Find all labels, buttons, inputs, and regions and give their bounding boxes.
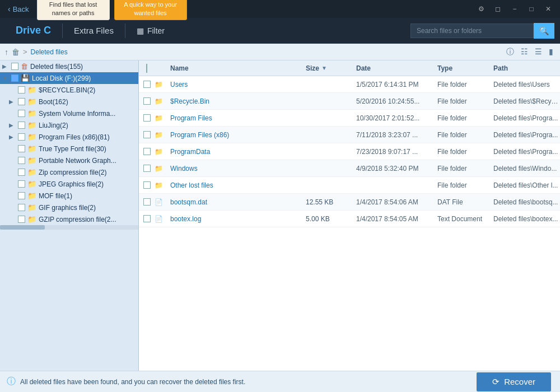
row-checkbox[interactable] <box>139 181 155 189</box>
filter-button[interactable]: ▦ Filter <box>128 26 174 35</box>
view-grid-icon[interactable]: ☷ <box>519 46 530 58</box>
header-date[interactable]: Date <box>354 64 435 72</box>
header-path[interactable]: Path <box>491 64 560 72</box>
table-row[interactable]: 📄 bootex.log 5.00 KB 1/4/2017 8:54:05 AM… <box>139 211 560 227</box>
table-row[interactable]: 📁 Windows 4/9/2018 5:32:40 PM File folde… <box>139 160 560 177</box>
sidebar-item-local-disk[interactable]: ▼ 💾 Local Disk (F:)(299) <box>0 72 138 84</box>
header-size[interactable]: Size ▼ <box>304 64 354 72</box>
checkbox-local-disk[interactable] <box>11 74 18 82</box>
sidebar-item-gzip[interactable]: 📁 GZIP compression file(2... <box>0 213 138 225</box>
checkbox-sysvolume[interactable] <box>18 110 25 117</box>
search-input[interactable] <box>410 24 534 38</box>
table-row[interactable]: 📁 Other lost files File folder Deleted f… <box>139 177 560 194</box>
row-path: Deleted files\Progra... <box>491 131 560 139</box>
sidebar-item-progfiles-x86[interactable]: ▶ 📁 Program Files (x86)(81) <box>0 131 138 143</box>
recover-icon: ⟳ <box>492 377 500 387</box>
minimize-button[interactable]: − <box>507 3 522 15</box>
breadcrumb-delete-icon[interactable]: 🗑 <box>12 48 20 57</box>
restore-button[interactable]: ◻ <box>491 3 505 15</box>
view-list-icon[interactable]: ☰ <box>533 46 544 58</box>
sidebar-item-jpeg[interactable]: 📁 JPEG Graphics file(2) <box>0 178 138 190</box>
header-name[interactable]: Name <box>168 64 304 72</box>
back-button[interactable]: ‹ Back <box>4 3 32 15</box>
expand-icon: ▶ <box>9 122 16 128</box>
folder-icon: 📁 <box>27 215 36 223</box>
row-type: DAT File <box>435 198 491 206</box>
checkbox-truetype[interactable] <box>18 145 25 152</box>
sidebar-item-zip[interactable]: 📁 Zip compression file(2) <box>0 166 138 178</box>
recover-button[interactable]: ⟳ Recover <box>477 372 551 391</box>
checkbox-zip[interactable] <box>18 169 25 176</box>
close-button[interactable]: ✕ <box>541 3 556 15</box>
table-row[interactable]: 📄 bootsqm.dat 12.55 KB 1/4/2017 8:54:06 … <box>139 194 560 211</box>
row-size: 12.55 KB <box>304 198 354 206</box>
checkbox-progfiles-x86[interactable] <box>18 133 25 141</box>
row-file-icon: 📁 <box>155 114 168 122</box>
checkbox-liujing[interactable] <box>18 122 25 129</box>
row-checkbox[interactable] <box>139 148 155 155</box>
table-row[interactable]: 📁 $Recycle.Bin 5/20/2016 10:24:55... Fil… <box>139 93 560 110</box>
sidebar-item-deleted-files[interactable]: ▶ 🗑 Deleted files(155) <box>0 60 138 72</box>
folder-icon: 📁 <box>27 192 36 200</box>
back-label: Back <box>13 5 29 13</box>
breadcrumb-up-icon[interactable]: ↑ <box>4 48 8 57</box>
table-row[interactable]: 📁 ProgramData 7/23/2018 9:07:17 ... File… <box>139 143 560 160</box>
folder-icon: 📁 <box>27 203 36 212</box>
sidebar-item-truetype[interactable]: 📁 True Type Font file(30) <box>0 143 138 155</box>
header-type[interactable]: Type <box>435 64 491 72</box>
row-checkbox[interactable] <box>139 215 155 222</box>
sidebar-item-recycle[interactable]: 📁 $RECYCLE.BIN(2) <box>0 84 138 96</box>
view-detail-icon[interactable]: ▮ <box>547 46 556 58</box>
sidebar: ▶ 🗑 Deleted files(155) ▼ 💾 Local Disk (F… <box>0 60 139 371</box>
checkbox-jpeg[interactable] <box>18 180 25 188</box>
sidebar-hscroll[interactable] <box>0 225 138 230</box>
maximize-button[interactable]: □ <box>524 3 539 15</box>
sidebar-item-label: System Volume Informa... <box>39 110 136 118</box>
nav-separator <box>62 24 63 38</box>
table-row[interactable]: 📁 Program Files (x86) 7/11/2018 3:23:07 … <box>139 127 560 143</box>
header-checkbox[interactable] <box>139 64 155 72</box>
sidebar-item-mof[interactable]: 📁 MOF file(1) <box>0 190 138 202</box>
row-name: $Recycle.Bin <box>168 97 304 105</box>
checkbox-gzip[interactable] <box>18 216 25 223</box>
checkbox-gif[interactable] <box>18 204 25 211</box>
file-list: Name Size ▼ Date Type Path 📁 Users 1/5/2… <box>139 60 560 371</box>
sidebar-item-label: Portable Network Graph... <box>39 157 136 165</box>
sidebar-item-gif[interactable]: 📁 GIF graphics file(2) <box>0 202 138 213</box>
row-type: File folder <box>435 97 491 105</box>
checkbox-png[interactable] <box>18 157 25 164</box>
view-info-icon[interactable]: ⓘ <box>504 46 516 58</box>
checkbox-mof[interactable] <box>18 192 25 199</box>
checkbox-recycle[interactable] <box>18 86 25 94</box>
checkbox-deleted[interactable] <box>11 63 18 70</box>
row-checkbox[interactable] <box>139 114 155 122</box>
folder-icon: 📁 <box>27 133 36 141</box>
extra-files-tab[interactable]: Extra Files <box>65 26 123 35</box>
view-icons: ⓘ ☷ ☰ ▮ <box>504 46 556 58</box>
drive-c-tab[interactable]: Drive C <box>7 25 60 36</box>
row-checkbox[interactable] <box>139 131 155 138</box>
header-type-label: Type <box>437 64 452 72</box>
row-checkbox[interactable] <box>139 198 155 206</box>
table-row[interactable]: 📁 Users 1/5/2017 6:14:31 PM File folder … <box>139 76 560 93</box>
row-checkbox[interactable] <box>139 97 155 105</box>
row-checkbox[interactable] <box>139 81 155 88</box>
sidebar-item-png[interactable]: 📁 Portable Network Graph... <box>0 155 138 166</box>
row-checkbox[interactable] <box>139 165 155 172</box>
search-button[interactable]: 🔍 <box>534 23 554 39</box>
sidebar-item-label: Boot(162) <box>39 98 136 106</box>
checkbox-boot[interactable] <box>18 98 25 105</box>
settings-icon[interactable]: ⚙ <box>474 3 488 15</box>
info-icon: ⓘ <box>7 376 16 388</box>
header-name-label: Name <box>170 64 189 72</box>
sidebar-item-sysvolume[interactable]: 📁 System Volume Informa... <box>0 108 138 119</box>
row-file-icon: 📁 <box>155 131 168 139</box>
sidebar-item-label: Deleted files(155) <box>30 63 136 71</box>
file-rows-container: 📁 Users 1/5/2017 6:14:31 PM File folder … <box>139 76 560 227</box>
table-row[interactable]: 📁 Program Files 10/30/2017 2:01:52... Fi… <box>139 110 560 127</box>
drive-icon: 💾 <box>21 74 30 82</box>
sidebar-item-liujing[interactable]: ▶ 📁 LiuJing(2) <box>0 119 138 131</box>
tooltip-quick-way: A quick way to your wanted files <box>114 0 187 20</box>
sidebar-item-boot[interactable]: ▶ 📁 Boot(162) <box>0 96 138 108</box>
sidebar-item-label: MOF file(1) <box>39 192 136 200</box>
